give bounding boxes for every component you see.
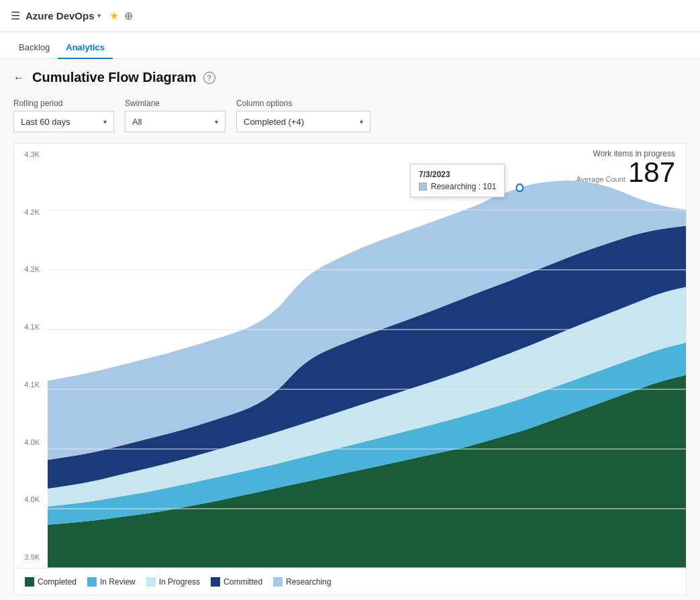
- column-options-dropdown[interactable]: Completed (+4) ▾: [236, 111, 370, 132]
- page-content: ← Cumulative Flow Diagram ? Rolling peri…: [0, 59, 700, 600]
- page-title: Cumulative Flow Diagram: [32, 70, 197, 85]
- legend-label-committed: Committed: [223, 577, 262, 587]
- chevron-down-icon: ▾: [215, 118, 218, 126]
- rolling-period-dropdown[interactable]: Last 60 days ▾: [13, 111, 114, 132]
- controls-row: Rolling period Last 60 days ▾ Swimlane A…: [13, 99, 687, 132]
- legend-color-in-review: [87, 577, 97, 587]
- swimlane-label: Swimlane: [125, 99, 226, 108]
- y-label-4.0k-1: 4.0K: [17, 438, 44, 446]
- chart-legend: Completed In Review In Progress Committe…: [14, 568, 686, 595]
- title-row: ← Cumulative Flow Diagram ?: [13, 70, 687, 85]
- chevron-down-icon[interactable]: ▾: [97, 11, 101, 20]
- legend-label-completed: Completed: [38, 577, 77, 587]
- header: ☰ Azure DevOps ▾ ★ ⊕: [0, 0, 700, 32]
- y-label-4.3k: 4.3K: [17, 150, 44, 158]
- tab-analytics[interactable]: Analytics: [58, 37, 113, 59]
- app-title: Azure DevOps: [26, 10, 95, 21]
- y-label-4.1k-1: 4.1K: [17, 323, 44, 331]
- legend-item-completed: Completed: [25, 577, 77, 587]
- y-label-4.0k-2: 4.0K: [17, 495, 44, 503]
- y-axis: 4.3K 4.2K 4.2K 4.1K 4.1K 4.0K 4.0K 3.9K: [14, 150, 46, 561]
- legend-color-completed: [25, 577, 34, 587]
- swimlane-dropdown[interactable]: All ▾: [125, 111, 226, 132]
- rolling-period-label: Rolling period: [13, 99, 114, 108]
- menu-icon[interactable]: ☰: [11, 9, 20, 22]
- y-label-4.2k-2: 4.2K: [17, 265, 44, 273]
- y-label-4.1k-2: 4.1K: [17, 381, 44, 389]
- legend-item-in-progress: In Progress: [146, 577, 200, 587]
- favorite-icon[interactable]: ★: [109, 9, 119, 22]
- legend-label-researching: Researching: [286, 577, 331, 587]
- chart-container: Work items in progress Average Count 187: [13, 143, 687, 595]
- rolling-period-group: Rolling period Last 60 days ▾: [13, 99, 114, 132]
- legend-item-researching: Researching: [273, 577, 331, 587]
- y-label-3.9k: 3.9K: [17, 553, 44, 561]
- nav-tabs: Backlog Analytics: [0, 32, 700, 59]
- column-options-group: Column options Completed (+4) ▾: [236, 99, 370, 132]
- legend-item-committed: Committed: [211, 577, 262, 587]
- legend-color-committed: [211, 577, 220, 587]
- y-label-4.2k-1: 4.2K: [17, 208, 44, 216]
- legend-label-in-progress: In Progress: [159, 577, 200, 587]
- column-options-label: Column options: [236, 99, 370, 108]
- tooltip-dot: [516, 184, 523, 191]
- legend-label-in-review: In Review: [100, 577, 136, 587]
- chevron-down-icon: ▾: [103, 118, 107, 126]
- tab-backlog[interactable]: Backlog: [11, 37, 58, 59]
- swimlane-group: Swimlane All ▾: [125, 99, 226, 132]
- help-icon[interactable]: ?: [203, 72, 215, 84]
- person-icon[interactable]: ⊕: [124, 9, 133, 22]
- legend-color-researching: [273, 577, 283, 587]
- back-arrow-icon[interactable]: ←: [13, 72, 24, 84]
- legend-item-in-review: In Review: [87, 577, 136, 587]
- legend-color-in-progress: [146, 577, 156, 587]
- chart-area[interactable]: [14, 144, 686, 568]
- chevron-down-icon: ▾: [360, 118, 363, 126]
- chart-svg: [48, 150, 686, 568]
